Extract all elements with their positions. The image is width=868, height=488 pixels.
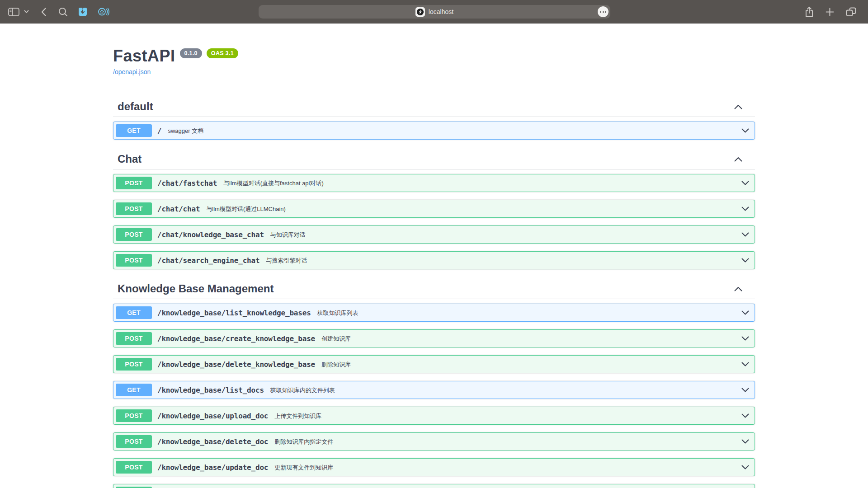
operation-summary: 与llm模型对话(直接与fastchat api对话) <box>223 178 324 188</box>
method-badge: POST <box>116 409 152 422</box>
section-header-default[interactable]: default <box>113 95 755 117</box>
operation-row-get-knowledge_base-list_docs[interactable]: GET /knowledge_base/list_docs 获取知识库内的文件列… <box>113 381 755 399</box>
operation-row-post-chat-fastchat[interactable]: POST /chat/fastchat 与llm模型对话(直接与fastchat… <box>113 174 755 192</box>
operation-row-get-knowledge_base-list_knowledge_bases[interactable]: GET /knowledge_base/list_knowledge_bases… <box>113 304 755 322</box>
operation-summary: 与搜索引擎对话 <box>266 256 307 265</box>
operation-summary: 获取知识库列表 <box>317 308 359 317</box>
chevron-down-icon[interactable] <box>741 128 749 133</box>
section-operations: GET /knowledge_base/list_knowledge_bases… <box>113 299 755 488</box>
chevron-up-icon[interactable] <box>734 104 742 109</box>
version-badge: 0.1.0 <box>180 48 202 58</box>
address-bar[interactable]: localhost <box>259 5 610 19</box>
chevron-down-icon[interactable] <box>741 206 749 211</box>
operation-path: /chat/fastchat <box>157 179 217 188</box>
operation-path: /knowledge_base/create_knowledge_base <box>157 334 315 343</box>
browser-toolbar: localhost <box>0 0 868 23</box>
operation-row-post-knowledge_base-delete_doc[interactable]: POST /knowledge_base/delete_doc 删除知识库内指定… <box>113 432 755 450</box>
api-info-block: FastAPI 0.1.0 OAS 3.1 /openapi.json <box>113 23 755 95</box>
operation-row-post-chat-search_engine_chat[interactable]: POST /chat/search_engine_chat 与搜索引擎对话 <box>113 251 755 269</box>
chevron-up-icon[interactable] <box>734 286 742 291</box>
operation-summary: 更新现有文件到知识库 <box>274 463 333 472</box>
operation-path: /knowledge_base/delete_knowledge_base <box>157 360 315 369</box>
chevron-down-icon[interactable] <box>24 10 29 14</box>
operation-path: /knowledge_base/upload_doc <box>157 412 268 420</box>
tag-section: default GET / swagger 文档 <box>113 95 755 140</box>
method-badge: POST <box>116 461 152 474</box>
method-badge: GET <box>116 384 152 396</box>
method-badge: POST <box>116 358 152 371</box>
method-badge: POST <box>116 332 152 345</box>
api-sections: default GET / swagger 文档 Chat <box>113 95 755 488</box>
chevron-down-icon[interactable] <box>741 465 749 469</box>
share-icon[interactable] <box>805 6 814 18</box>
tab-overview-icon[interactable] <box>846 7 856 17</box>
operation-row-post-chat-chat[interactable]: POST /chat/chat 与llm模型对话(通过LLMChain) <box>113 200 755 218</box>
pinned-tab-bookmark-icon[interactable] <box>78 7 88 17</box>
tag-section: Chat POST /chat/fastchat 与llm模型对话(直接与fas… <box>113 147 755 269</box>
toolbar-left-group <box>8 0 109 23</box>
chevron-down-icon[interactable] <box>741 413 749 418</box>
chevron-down-icon[interactable] <box>741 181 749 185</box>
section-operations: GET / swagger 文档 <box>113 117 755 140</box>
chevron-down-icon[interactable] <box>741 388 749 392</box>
back-icon[interactable] <box>41 7 47 17</box>
operation-path: /knowledge_base/delete_doc <box>157 437 268 446</box>
chevron-down-icon[interactable] <box>741 310 749 315</box>
section-title: Chat <box>118 153 142 165</box>
sidebar-icon[interactable] <box>8 8 19 16</box>
operation-row-post-knowledge_base-delete_knowledge_base[interactable]: POST /knowledge_base/delete_knowledge_ba… <box>113 355 755 373</box>
operation-row-post-knowledge_base-create_knowledge_base[interactable]: POST /knowledge_base/create_knowledge_ba… <box>113 329 755 347</box>
chevron-down-icon[interactable] <box>741 232 749 237</box>
method-badge: GET <box>116 124 152 137</box>
operation-path: /knowledge_base/list_docs <box>157 386 264 394</box>
chevron-down-icon[interactable] <box>741 336 749 341</box>
oas-badge: OAS 3.1 <box>207 48 238 58</box>
operation-summary: 获取知识库内的文件列表 <box>270 385 335 394</box>
section-operations: POST /chat/fastchat 与llm模型对话(直接与fastchat… <box>113 169 755 269</box>
operation-summary: 创建知识库 <box>321 334 351 343</box>
site-favicon <box>415 7 425 17</box>
operation-summary: 上传文件到知识库 <box>274 411 321 420</box>
chevron-down-icon[interactable] <box>741 362 749 366</box>
operation-path: / <box>157 127 161 135</box>
section-header-knowledge-base-management[interactable]: Knowledge Base Management <box>113 277 755 299</box>
operation-row-post-knowledge_base-recreate_vector_store[interactable]: POST /knowledge_base/recreate_vector_sto… <box>113 484 755 488</box>
operation-summary: swagger 文档 <box>168 126 203 135</box>
method-badge: POST <box>116 202 152 215</box>
section-title: default <box>118 100 153 113</box>
operation-row-get-[interactable]: GET / swagger 文档 <box>113 122 755 140</box>
operation-row-post-chat-knowledge_base_chat[interactable]: POST /chat/knowledge_base_chat 与知识库对话 <box>113 225 755 244</box>
operation-summary: 与知识库对话 <box>270 230 306 239</box>
new-tab-icon[interactable] <box>826 8 834 16</box>
chevron-down-icon[interactable] <box>741 258 749 263</box>
toolbar-right-group <box>805 0 856 23</box>
openapi-spec-link[interactable]: /openapi.json <box>113 68 151 75</box>
operation-summary: 删除知识库 <box>321 360 351 369</box>
chevron-up-icon[interactable] <box>734 157 742 162</box>
operation-path: /knowledge_base/update_doc <box>157 463 268 472</box>
operation-path: /chat/chat <box>157 205 200 213</box>
operation-summary: 与llm模型对话(通过LLMChain) <box>206 204 286 213</box>
chevron-down-icon[interactable] <box>741 439 749 444</box>
operation-summary: 删除知识库内指定文件 <box>274 437 333 446</box>
section-title: Knowledge Base Management <box>118 282 274 295</box>
url-text: localhost <box>429 8 453 15</box>
operation-path: /chat/search_engine_chat <box>157 256 259 265</box>
method-badge: POST <box>116 435 152 448</box>
search-icon[interactable] <box>58 7 68 17</box>
ellipsis-icon[interactable] <box>598 6 609 17</box>
operation-row-post-knowledge_base-update_doc[interactable]: POST /knowledge_base/update_doc 更新现有文件到知… <box>113 458 755 476</box>
tag-section: Knowledge Base Management GET /knowledge… <box>113 277 755 488</box>
operation-row-post-knowledge_base-upload_doc[interactable]: POST /knowledge_base/upload_doc 上传文件到知识库 <box>113 407 755 425</box>
operation-path: /knowledge_base/list_knowledge_bases <box>157 309 311 317</box>
method-badge: POST <box>116 177 152 189</box>
swagger-page: FastAPI 0.1.0 OAS 3.1 /openapi.json defa… <box>0 23 868 488</box>
method-badge: POST <box>116 228 152 241</box>
method-badge: POST <box>116 254 152 267</box>
method-badge: GET <box>116 306 152 319</box>
pinned-tab-star-icon[interactable] <box>98 7 109 17</box>
page-title: FastAPI <box>113 47 175 65</box>
operation-path: /chat/knowledge_base_chat <box>157 230 264 239</box>
section-header-chat[interactable]: Chat <box>113 147 755 169</box>
